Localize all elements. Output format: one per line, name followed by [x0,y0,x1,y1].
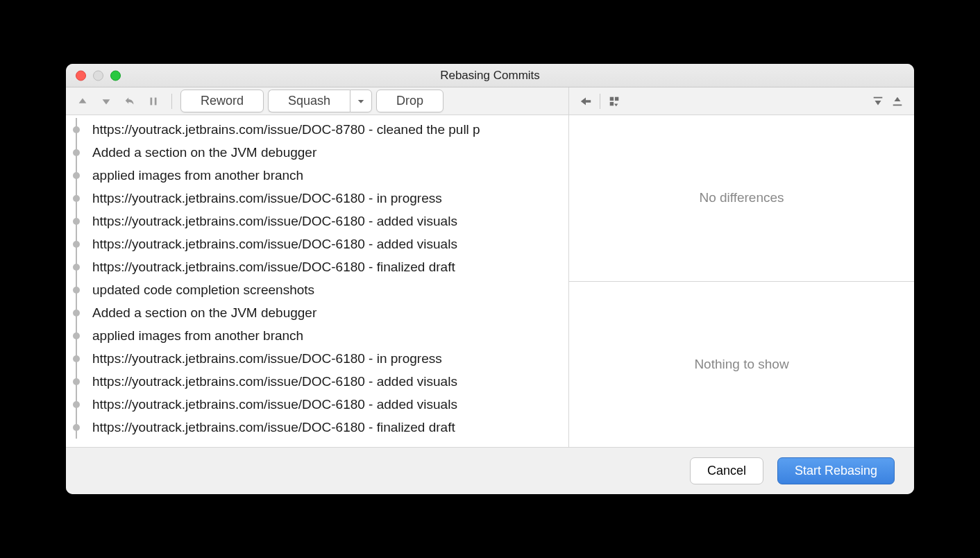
svg-marker-4 [358,99,364,103]
commit-row[interactable]: https://youtrack.jetbrains.com/issue/DOC… [66,347,568,370]
diff-bottom-message: Nothing to show [569,281,914,448]
commit-message: https://youtrack.jetbrains.com/issue/DOC… [87,232,457,255]
svg-rect-3 [155,97,157,105]
cancel-button[interactable]: Cancel [690,457,763,484]
svg-rect-7 [610,101,614,105]
svg-marker-8 [614,103,618,106]
close-window-button[interactable] [76,70,86,81]
open-diff-icon[interactable] [576,92,595,111]
commit-row[interactable]: https://youtrack.jetbrains.com/issue/DOC… [66,232,568,255]
dialog-footer: Cancel Start Rebasing [66,447,914,494]
diff-panel: No differences Nothing to show [568,115,914,447]
commit-message: https://youtrack.jetbrains.com/issue/DOC… [87,187,442,210]
svg-marker-11 [895,96,901,101]
commit-node-gutter [66,324,87,347]
commit-message: applied images from another branch [87,324,303,347]
commit-row[interactable]: https://youtrack.jetbrains.com/issue/DOC… [66,416,568,439]
commit-list-panel: https://youtrack.jetbrains.com/issue/DOC… [66,115,568,447]
commit-message: https://youtrack.jetbrains.com/issue/DOC… [87,347,442,370]
left-toolbar: Reword Squash Drop [66,87,568,115]
commit-node-gutter [66,301,87,324]
commit-row[interactable]: https://youtrack.jetbrains.com/issue/DOC… [66,255,568,278]
start-rebasing-button[interactable]: Start Rebasing [777,457,895,484]
commit-message: https://youtrack.jetbrains.com/issue/DOC… [87,416,455,439]
commit-node-icon [73,172,80,179]
commit-node-gutter [66,393,87,416]
commit-message: https://youtrack.jetbrains.com/issue/DOC… [87,370,457,393]
commit-message: https://youtrack.jetbrains.com/issue/DOC… [87,393,457,416]
divider [171,94,172,109]
commit-node-icon [73,332,80,339]
svg-marker-0 [79,98,87,103]
move-down-icon[interactable] [96,92,116,111]
rebasing-commits-dialog: Rebasing Commits Reword Squas [66,64,914,494]
commit-node-icon [73,287,80,294]
move-up-icon[interactable] [73,92,92,111]
commit-row[interactable]: applied images from another branch [66,324,568,347]
traffic-lights [76,70,121,81]
commit-node-gutter [66,118,87,141]
zoom-window-button[interactable] [110,70,121,81]
commit-node-icon [73,424,80,431]
commit-row[interactable]: applied images from another branch [66,164,568,187]
commit-node-gutter [66,210,87,232]
svg-rect-2 [151,97,153,105]
commit-node-gutter [66,347,87,370]
divider [600,94,600,109]
commit-node-icon [73,378,80,385]
commit-row[interactable]: Added a section on the JVM debugger [66,301,568,324]
commit-node-icon [73,195,80,202]
commit-node-icon [73,149,80,156]
commit-message: Added a section on the JVM debugger [87,301,316,324]
minimize-window-button[interactable] [93,70,103,81]
commit-node-gutter [66,416,87,439]
window-title: Rebasing Commits [440,69,540,83]
commit-row[interactable]: https://youtrack.jetbrains.com/issue/DOC… [66,187,568,210]
commit-row[interactable]: https://youtrack.jetbrains.com/issue/DOC… [66,210,568,232]
svg-marker-10 [875,101,881,105]
commit-node-gutter [66,278,87,301]
expand-all-icon[interactable] [868,92,888,111]
commit-row[interactable]: https://youtrack.jetbrains.com/issue/DOC… [66,393,568,416]
commit-node-icon [73,218,80,225]
commit-node-icon [73,241,80,248]
group-by-icon[interactable] [605,92,624,111]
commit-message: applied images from another branch [87,164,303,187]
diff-top-message: No differences [569,115,914,281]
svg-rect-6 [615,96,618,100]
commit-node-gutter [66,141,87,164]
commit-node-gutter [66,255,87,278]
squash-button-group: Squash [268,90,372,112]
commit-node-gutter [66,187,87,210]
pause-icon[interactable] [144,92,163,111]
commit-message: updated code completion screenshots [87,278,314,301]
commit-node-gutter [66,370,87,393]
commit-row[interactable]: https://youtrack.jetbrains.com/issue/DOC… [66,370,568,393]
commit-node-icon [73,401,80,408]
titlebar: Rebasing Commits [66,64,914,87]
commit-node-icon [73,310,80,316]
commit-node-icon [73,126,80,133]
drop-button[interactable]: Drop [376,90,443,112]
undo-icon[interactable] [120,92,140,111]
commit-node-gutter [66,232,87,255]
commit-message: https://youtrack.jetbrains.com/issue/DOC… [87,255,455,278]
collapse-all-icon[interactable] [888,92,907,111]
commit-message: Added a section on the JVM debugger [87,141,316,164]
svg-rect-12 [893,104,902,105]
commit-row[interactable]: Added a section on the JVM debugger [66,141,568,164]
squash-button[interactable]: Squash [268,90,350,112]
svg-rect-9 [874,96,883,98]
commit-node-gutter [66,164,87,187]
commit-row[interactable]: https://youtrack.jetbrains.com/issue/DOC… [66,118,568,141]
svg-marker-1 [103,99,110,104]
commit-row[interactable]: updated code completion screenshots [66,278,568,301]
commit-node-icon [73,264,80,271]
commit-node-icon [73,355,80,362]
right-toolbar [568,87,914,115]
reword-button[interactable]: Reword [180,90,264,112]
svg-rect-5 [610,96,614,100]
commit-message: https://youtrack.jetbrains.com/issue/DOC… [87,118,480,141]
commit-message: https://youtrack.jetbrains.com/issue/DOC… [87,210,457,232]
squash-dropdown-button[interactable] [350,90,372,112]
